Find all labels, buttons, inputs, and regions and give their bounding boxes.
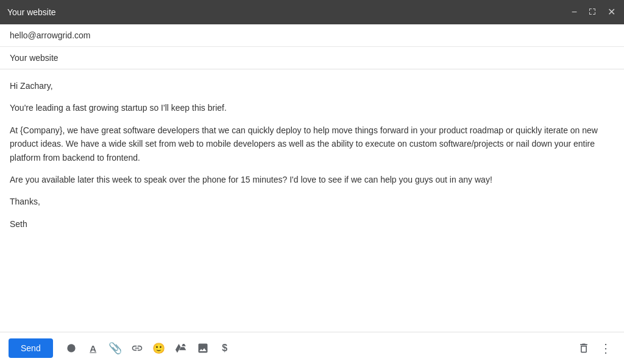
svg-point-0 bbox=[67, 344, 75, 352]
paragraph1: You're leading a fast growing startup so… bbox=[10, 101, 614, 114]
greeting: Hi Zachary, bbox=[10, 79, 614, 93]
drive-icon[interactable] bbox=[171, 338, 191, 358]
compose-toolbar: Send A 📎 🙂 bbox=[0, 332, 624, 364]
emoji-icon[interactable]: 🙂 bbox=[149, 338, 169, 358]
email-header-fields: hello@arrowgrid.com Your website bbox=[0, 24, 624, 69]
subject-value: Your website bbox=[10, 53, 58, 63]
toolbar-right-group: ⋮ bbox=[574, 338, 615, 358]
minimize-button[interactable]: − bbox=[570, 6, 578, 18]
to-field-row: hello@arrowgrid.com bbox=[0, 24, 624, 47]
text-format-icon[interactable]: A bbox=[83, 338, 103, 358]
paragraph3: Are you available later this week to spe… bbox=[10, 173, 614, 186]
image-icon[interactable] bbox=[193, 338, 213, 358]
formatting-toggle-icon[interactable] bbox=[62, 338, 81, 358]
delete-button[interactable] bbox=[574, 338, 594, 358]
closing: Thanks, bbox=[10, 195, 614, 208]
send-button[interactable]: Send bbox=[9, 338, 53, 358]
toolbar-icon-group: A 📎 🙂 $ bbox=[62, 338, 570, 358]
close-button[interactable]: ✕ bbox=[606, 6, 617, 18]
title-bar: Your website − ✕ bbox=[0, 0, 624, 24]
window-controls: − ✕ bbox=[570, 6, 617, 19]
subject-field-row: Your website bbox=[0, 47, 624, 69]
paragraph2: At {Company}, we have great software dev… bbox=[10, 124, 614, 164]
window-title: Your website bbox=[7, 7, 56, 17]
to-value: hello@arrowgrid.com bbox=[10, 30, 90, 40]
more-options-button[interactable]: ⋮ bbox=[596, 338, 615, 358]
email-body[interactable]: Hi Zachary, You're leading a fast growin… bbox=[0, 69, 624, 332]
expand-button[interactable] bbox=[587, 6, 598, 19]
signature: Seth bbox=[10, 217, 614, 231]
email-compose-window: Your website − ✕ hello@arrowgrid.com You… bbox=[0, 0, 624, 364]
attach-icon[interactable]: 📎 bbox=[105, 338, 125, 358]
dollar-icon[interactable]: $ bbox=[215, 338, 235, 358]
link-icon[interactable] bbox=[127, 338, 147, 358]
